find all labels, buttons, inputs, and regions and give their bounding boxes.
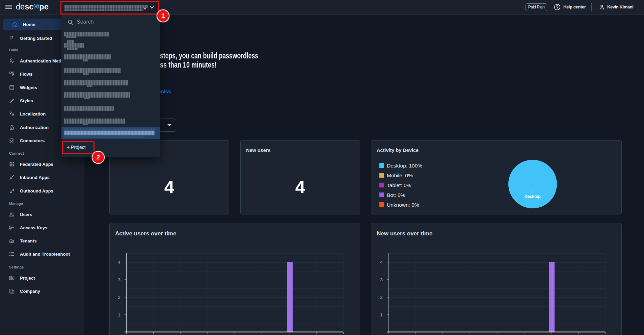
svg-text:4: 4 [118,260,120,265]
svg-text:3: 3 [118,277,120,282]
svg-text:2: 2 [380,295,383,300]
svg-text:4: 4 [380,260,383,265]
svg-text:1: 1 [118,312,120,317]
svg-text:2: 2 [118,295,120,300]
svg-text:3: 3 [380,277,383,282]
svg-text:1: 1 [380,312,383,317]
